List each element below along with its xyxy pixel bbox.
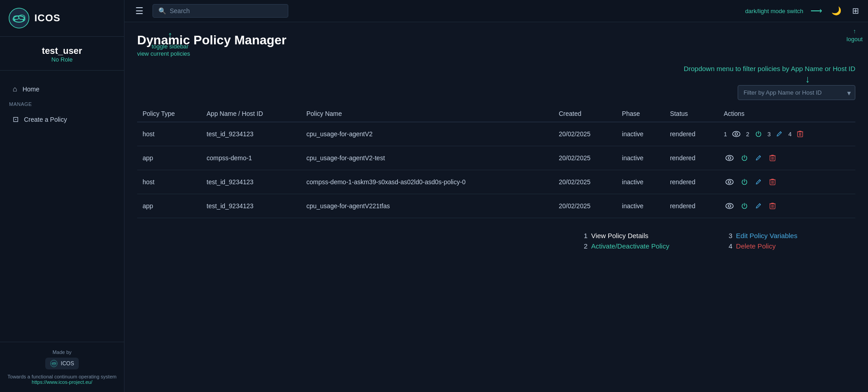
filter-dropdown[interactable]: Filter by App Name or Host ID: [738, 85, 855, 100]
cell-actions: 1 2 3: [718, 122, 855, 146]
cell-phase: inactive: [616, 170, 664, 194]
edit-policy-button[interactable]: [754, 201, 764, 211]
svg-point-5: [23, 19, 24, 21]
table-row: host test_id_9234123 compss-demo-1-askm3…: [137, 170, 855, 194]
cell-created: 20/02/2025: [553, 170, 617, 194]
action-icons: [724, 153, 850, 163]
main-content-area: ☰ 🔍 ↑ toggle sidebar dark/light mode swi…: [124, 0, 868, 392]
page-content: ↑ logout Dynamic Policy Manager view cur…: [124, 22, 868, 392]
hamburger-menu-button[interactable]: ☰: [132, 4, 147, 18]
sidebar-user-area: test_user No Role: [0, 37, 124, 71]
activate-policy-button[interactable]: [739, 177, 750, 187]
legend-text-3: Edit Policy Variables: [736, 232, 797, 239]
cell-actions: [718, 194, 855, 218]
cell-policy-type: app: [137, 146, 201, 170]
create-policy-icon: ⊡: [13, 115, 19, 124]
svg-rect-15: [770, 156, 775, 161]
cell-app-host-id: test_id_9234123: [201, 194, 301, 218]
policy-table: Policy Type App Name / Host ID Policy Na…: [137, 105, 855, 218]
activate-policy-button[interactable]: [739, 153, 750, 163]
col-status: Status: [664, 105, 718, 122]
cell-policy-name: cpu_usage-for-agentV2-test: [301, 146, 553, 170]
table-header-row: Policy Type App Name / Host ID Policy Na…: [137, 105, 855, 122]
legend-num-1: 1: [584, 232, 587, 239]
search-bar: 🔍: [153, 4, 288, 18]
svg-point-11: [735, 133, 738, 135]
action-num-3: 3: [768, 131, 771, 138]
cell-created: 20/02/2025: [553, 194, 617, 218]
activate-policy-button[interactable]: [739, 201, 750, 211]
action-num-4: 4: [788, 131, 792, 138]
sidebar-item-create-policy[interactable]: ⊡ Create a Policy: [4, 110, 120, 128]
action-icons: [724, 177, 850, 187]
cell-status: rendered: [664, 122, 718, 146]
legend-text-4: Delete Policy: [736, 242, 776, 250]
sidebar-nav: ⌂ Home Manage ⊡ Create a Policy: [0, 71, 124, 138]
create-policy-label: Create a Policy: [24, 116, 67, 123]
svg-rect-18: [770, 180, 775, 185]
delete-policy-button[interactable]: [768, 177, 777, 187]
col-created: Created: [553, 105, 617, 122]
svg-point-10: [733, 131, 740, 136]
svg-rect-12: [798, 132, 803, 137]
delete-policy-button[interactable]: [768, 201, 777, 211]
footer-logo-text: ICOS: [61, 360, 74, 367]
svg-point-17: [728, 181, 731, 183]
view-current-policies-link[interactable]: view current policies: [137, 50, 190, 57]
sidebar-item-home[interactable]: ⌂ Home: [4, 81, 120, 98]
delete-policy-button[interactable]: [768, 153, 777, 163]
edit-policy-button[interactable]: [754, 153, 764, 163]
filter-annotation-text: Dropdown menu to filter policies by App …: [684, 65, 855, 72]
view-policy-button[interactable]: [724, 177, 735, 187]
cell-policy-name: cpu_usage-for-agentV2: [301, 122, 553, 146]
footer-link[interactable]: https://www.icos-project.eu/: [32, 379, 92, 385]
legend-num-3: 3: [729, 232, 732, 239]
col-policy-name: Policy Name: [301, 105, 553, 122]
sidebar-footer: Made by ICOS Towards a functional contin…: [0, 342, 124, 392]
table-body: host test_id_9234123 cpu_usage-for-agent…: [137, 122, 855, 218]
cell-app-host-id: test_id_9234123: [201, 170, 301, 194]
cell-status: rendered: [664, 146, 718, 170]
svg-rect-21: [770, 204, 775, 209]
cell-created: 20/02/2025: [553, 146, 617, 170]
cell-policy-type: host: [137, 122, 201, 146]
logo-text: ICOS: [34, 12, 61, 24]
cell-phase: inactive: [616, 146, 664, 170]
username-label: test_user: [42, 46, 82, 56]
svg-point-16: [726, 179, 733, 184]
col-app-host-id: App Name / Host ID: [201, 105, 301, 122]
legend-item-4: 4 Delete Policy: [729, 242, 855, 250]
view-policy-button[interactable]: [730, 129, 742, 139]
sidebar-home-label: Home: [23, 86, 39, 93]
svg-point-13: [726, 155, 733, 160]
icos-logo-icon: [8, 7, 30, 29]
dark-mode-arrow: ⟶: [811, 6, 822, 16]
col-phase: Phase: [616, 105, 664, 122]
page-title: Dynamic Policy Manager: [137, 33, 855, 48]
legend-item-1: 1 View Policy Details: [584, 232, 711, 239]
sidebar: ICOS test_user No Role ⌂ Home Manage ⊡ C…: [0, 0, 124, 392]
home-icon: ⌂: [13, 85, 17, 93]
logout-button[interactable]: ⊞: [850, 4, 861, 18]
cell-app-host-id: test_id_9234123: [201, 122, 301, 146]
search-input[interactable]: [170, 7, 282, 14]
cell-status: rendered: [664, 194, 718, 218]
edit-policy-button[interactable]: [774, 129, 785, 139]
edit-policy-button[interactable]: [754, 177, 764, 187]
view-policy-button[interactable]: [724, 201, 735, 211]
filter-annotation-area: Dropdown menu to filter policies by App …: [137, 65, 855, 100]
cell-policy-name: cpu_usage-for-agentV221tfas: [301, 194, 553, 218]
cell-policy-type: host: [137, 170, 201, 194]
made-by-label: Made by: [7, 349, 117, 355]
cell-phase: inactive: [616, 194, 664, 218]
view-policy-button[interactable]: [724, 153, 735, 163]
cell-actions: [718, 146, 855, 170]
table-row: host test_id_9234123 cpu_usage-for-agent…: [137, 122, 855, 146]
table-row: app compss-demo-1 cpu_usage-for-agentV2-…: [137, 146, 855, 170]
manage-section-label: Manage: [0, 99, 124, 110]
cell-status: rendered: [664, 170, 718, 194]
activate-policy-button[interactable]: [753, 129, 764, 139]
col-actions: Actions: [718, 105, 855, 122]
delete-policy-button[interactable]: [795, 129, 805, 139]
dark-mode-toggle-button[interactable]: 🌙: [830, 4, 843, 18]
